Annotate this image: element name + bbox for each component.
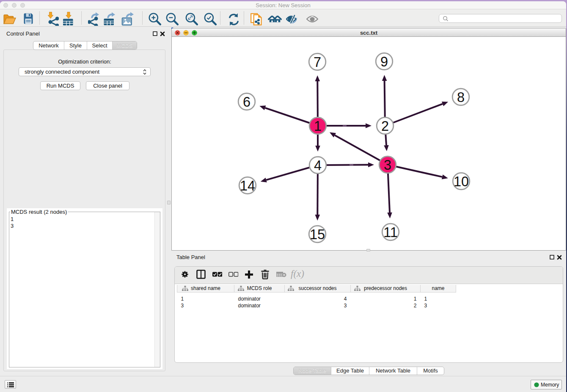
svg-text:6: 6 [243,94,250,110]
svg-text:10: 10 [454,174,469,189]
svg-text:4: 4 [314,158,322,173]
svg-text:9: 9 [380,54,388,69]
svg-text:3: 3 [384,157,391,173]
svg-text:11: 11 [383,225,398,240]
svg-text:15: 15 [310,227,325,242]
svg-text:7: 7 [314,55,321,70]
svg-text:2: 2 [381,119,389,134]
svg-text:1: 1 [314,119,322,134]
svg-text:8: 8 [457,90,465,105]
svg-text:14: 14 [240,178,255,193]
